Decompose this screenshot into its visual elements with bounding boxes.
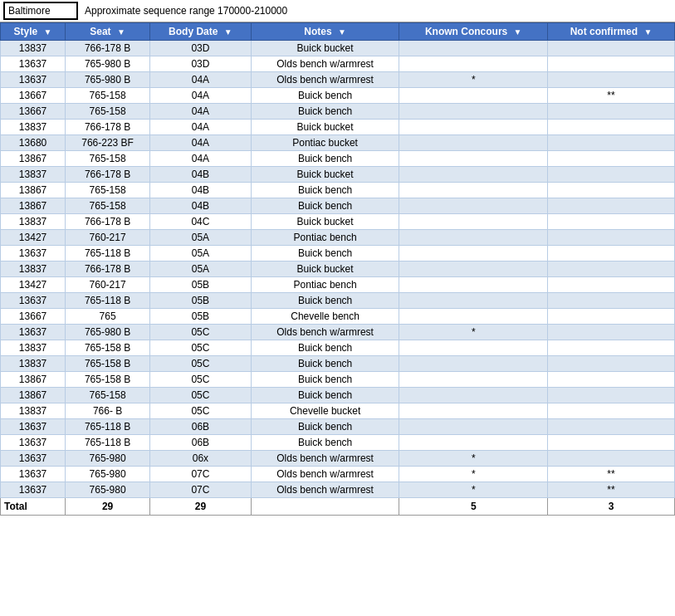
cell-not_confirmed [548, 135, 675, 151]
col-header-body-date[interactable]: Body Date ▼ [150, 23, 252, 41]
cell-body_date: 04B [150, 167, 252, 183]
cell-notes: Pontiac bucket [251, 135, 399, 151]
col-header-not-confirmed[interactable]: Not confirmed ▼ [548, 23, 675, 41]
main-table: Style ▼ Seat ▼ Body Date ▼ Notes ▼ Known… [0, 22, 675, 516]
table-row: 13680766-223 BF04APontiac bucket [1, 135, 675, 151]
cell-style: 13837 [1, 262, 66, 277]
cell-body_date: 04C [150, 214, 252, 230]
cell-style: 13637 [1, 56, 66, 72]
table-row: 13667765-15804ABuick bench [1, 104, 675, 120]
cell-notes: Buick bench [251, 104, 399, 120]
cell-seat: 766-178 B [66, 214, 150, 230]
cell-notes: Olds bench w/armrest [251, 56, 399, 72]
cell-not_confirmed [548, 262, 675, 277]
cell-seat: 765-118 B [66, 435, 150, 451]
cell-style: 13637 [1, 467, 66, 482]
cell-notes: Buick bench [251, 372, 399, 388]
location-input[interactable] [3, 2, 78, 20]
cell-not_confirmed: ** [548, 88, 675, 104]
cell-notes: Olds bench w/armrest [251, 72, 399, 88]
cell-known_concours [399, 135, 548, 151]
cell-notes: Pontiac bench [251, 230, 399, 246]
cell-body_date: 04A [150, 104, 252, 120]
col-header-known-concours[interactable]: Known Concours ▼ [399, 23, 548, 41]
cell-not_confirmed [548, 246, 675, 262]
cell-notes: Olds bench w/armrest [251, 451, 399, 467]
cell-seat: 765-158 [66, 88, 150, 104]
cell-known_concours [399, 104, 548, 120]
cell-body_date: 04B [150, 198, 252, 214]
table-row: 13637765-98006xOlds bench w/armrest* [1, 451, 675, 467]
cell-seat: 766-178 B [66, 120, 150, 135]
col-header-style[interactable]: Style ▼ [1, 23, 66, 41]
table-row: 13637765-980 B05COlds bench w/armrest* [1, 325, 675, 340]
cell-not_confirmed [548, 403, 675, 419]
filter-notes-icon[interactable]: ▼ [338, 27, 346, 37]
cell-not_confirmed [548, 41, 675, 56]
table-row: 13837766-178 B05ABuick bucket [1, 262, 675, 277]
table-row: 13637765-118 B05BBuick bench [1, 293, 675, 309]
footer-row: Total 29 29 5 3 [1, 498, 675, 516]
cell-style: 13637 [1, 72, 66, 88]
cell-not_confirmed [548, 435, 675, 451]
table-row: 1366776505BChevelle bench [1, 309, 675, 325]
cell-style: 13680 [1, 135, 66, 151]
cell-body_date: 05C [150, 403, 252, 419]
cell-not_confirmed [548, 183, 675, 198]
cell-notes: Olds bench w/armrest [251, 467, 399, 482]
table-row: 13637765-980 B03DOlds bench w/armrest [1, 56, 675, 72]
cell-body_date: 05C [150, 372, 252, 388]
cell-not_confirmed [548, 198, 675, 214]
cell-body_date: 05A [150, 246, 252, 262]
cell-known_concours [399, 246, 548, 262]
cell-body_date: 05B [150, 309, 252, 325]
cell-known_concours [399, 419, 548, 435]
table-row: 13667765-15804ABuick bench** [1, 88, 675, 104]
cell-notes: Buick bench [251, 293, 399, 309]
table-row: 13837765-158 B05CBuick bench [1, 356, 675, 372]
cell-style: 13427 [1, 230, 66, 246]
cell-seat: 765-158 B [66, 356, 150, 372]
cell-seat: 765-118 B [66, 419, 150, 435]
cell-known_concours: * [399, 451, 548, 467]
cell-known_concours [399, 56, 548, 72]
cell-known_concours [399, 214, 548, 230]
cell-known_concours [399, 403, 548, 419]
cell-style: 13837 [1, 356, 66, 372]
table-row: 13637765-118 B06BBuick bench [1, 435, 675, 451]
cell-body_date: 04A [150, 88, 252, 104]
table-row: 13637765-118 B05ABuick bench [1, 246, 675, 262]
filter-seat-icon[interactable]: ▼ [117, 27, 125, 37]
col-header-notes[interactable]: Notes ▼ [251, 23, 399, 41]
filter-style-icon[interactable]: ▼ [44, 27, 52, 37]
cell-not_confirmed [548, 167, 675, 183]
cell-body_date: 07C [150, 467, 252, 482]
col-header-seat[interactable]: Seat ▼ [66, 23, 150, 41]
footer-seat-total: 29 [66, 498, 150, 516]
filter-not-confirmed-icon[interactable]: ▼ [643, 27, 652, 37]
table-row: 13837766- B05CChevelle bucket [1, 403, 675, 419]
filter-known-concours-icon[interactable]: ▼ [514, 27, 522, 37]
cell-not_confirmed [548, 309, 675, 325]
cell-seat: 765-980 [66, 451, 150, 467]
filter-body-date-icon[interactable]: ▼ [224, 27, 232, 37]
table-row: 13867765-158 B05CBuick bench [1, 372, 675, 388]
cell-not_confirmed [548, 277, 675, 293]
footer-total-label: Total [1, 498, 66, 516]
cell-seat: 760-217 [66, 230, 150, 246]
cell-seat: 766-178 B [66, 167, 150, 183]
cell-notes: Buick bench [251, 435, 399, 451]
cell-body_date: 04A [150, 135, 252, 151]
cell-style: 13637 [1, 482, 66, 498]
cell-notes: Buick bench [251, 388, 399, 403]
cell-notes: Chevelle bench [251, 309, 399, 325]
table-body: 13837766-178 B03DBuick bucket13637765-98… [1, 41, 675, 498]
cell-body_date: 05B [150, 277, 252, 293]
cell-body_date: 04A [150, 72, 252, 88]
cell-not_confirmed [548, 214, 675, 230]
table-row: 13867765-15804BBuick bench [1, 198, 675, 214]
cell-notes: Buick bench [251, 340, 399, 356]
cell-not_confirmed [548, 419, 675, 435]
cell-known_concours [399, 183, 548, 198]
cell-body_date: 06B [150, 419, 252, 435]
